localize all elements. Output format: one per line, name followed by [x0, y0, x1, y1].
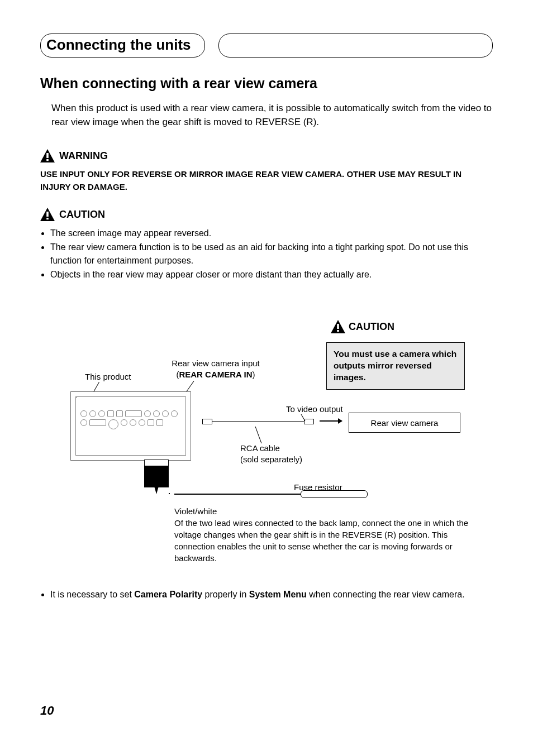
fuse-wire-line [174, 494, 301, 495]
section-tab: Connecting the units [40, 34, 205, 58]
system-menu-bold: System Menu [249, 590, 307, 599]
rear-input-line1: Rear view camera input [172, 358, 260, 368]
svg-rect-4 [46, 212, 49, 217]
page-number: 10 [40, 704, 54, 718]
diagram-caution-label: CAUTION [349, 321, 394, 333]
pointer-line [169, 493, 170, 494]
rca-note-text: (sold separately) [240, 454, 302, 464]
paren-close: ) [253, 370, 255, 379]
warning-header: WARNING [40, 149, 493, 162]
pointer-line [255, 427, 262, 443]
list-item: The screen image may appear reversed. [50, 227, 493, 240]
svg-rect-8 [337, 330, 339, 332]
rear-view-camera-label: Rear view camera [371, 418, 439, 428]
rca-cable [202, 417, 314, 427]
caution-list: The screen image may appear reversed. Th… [40, 227, 493, 281]
svg-rect-7 [337, 324, 339, 329]
caution-icon [331, 320, 345, 333]
rca-label-text: RCA cable [240, 443, 280, 453]
diagram-caution-header: CAUTION [331, 320, 394, 333]
warning-text: USE INPUT ONLY FOR REVERSE OR MIRROR IMA… [40, 168, 493, 193]
warning-label: WARNING [59, 150, 108, 162]
pointer-line [93, 382, 99, 392]
svg-rect-2 [46, 159, 49, 161]
violet-white-wire-tag [144, 464, 169, 487]
bottom-note-list: It is necessary to set Camera Polarity p… [40, 588, 493, 601]
svg-rect-5 [46, 218, 49, 219]
wiring-diagram: CAUTION You must use a camera which outp… [40, 320, 493, 577]
this-product-label: This product [85, 371, 131, 382]
rear-view-camera-box: Rear view camera [349, 413, 460, 433]
caution-label: CAUTION [59, 209, 105, 221]
caution-box: You must use a camera which outputs mirr… [326, 342, 465, 390]
rear-camera-in-bold: REAR CAMERA IN [179, 370, 252, 379]
note-suffix: when connecting the rear view camera. [307, 590, 465, 599]
camera-polarity-bold: Camera Polarity [134, 590, 202, 599]
violet-white-description: Violet/white Of the two lead wires conne… [174, 505, 470, 564]
caution-icon [40, 208, 55, 221]
fuse-resistor [301, 490, 368, 498]
warning-icon [40, 149, 55, 162]
empty-tab [218, 34, 493, 58]
rear-input-label: Rear view camera input (REAR CAMERA IN) [165, 358, 266, 380]
list-item: Objects in the rear view may appear clos… [50, 268, 493, 281]
arrow-icon [320, 420, 342, 422]
head-unit-rear-panel [70, 391, 191, 461]
section-heading: When connecting with a rear view camera [40, 75, 493, 92]
violet-white-label: Violet/white [174, 506, 217, 516]
list-item: It is necessary to set Camera Polarity p… [50, 588, 493, 601]
svg-rect-1 [46, 153, 49, 158]
caution-header: CAUTION [40, 208, 493, 221]
note-prefix: It is necessary to set [50, 590, 134, 599]
list-item: The rear view camera function is to be u… [50, 241, 493, 266]
note-mid: properly in [202, 590, 249, 599]
rca-cable-label: RCA cable (sold separately) [240, 443, 302, 465]
violet-white-note: Of the two lead wires connected to the b… [174, 518, 468, 563]
header-tabs: Connecting the units [40, 34, 493, 58]
intro-paragraph: When this product is used with a rear vi… [51, 102, 493, 129]
to-video-output-label: To video output [286, 404, 343, 415]
